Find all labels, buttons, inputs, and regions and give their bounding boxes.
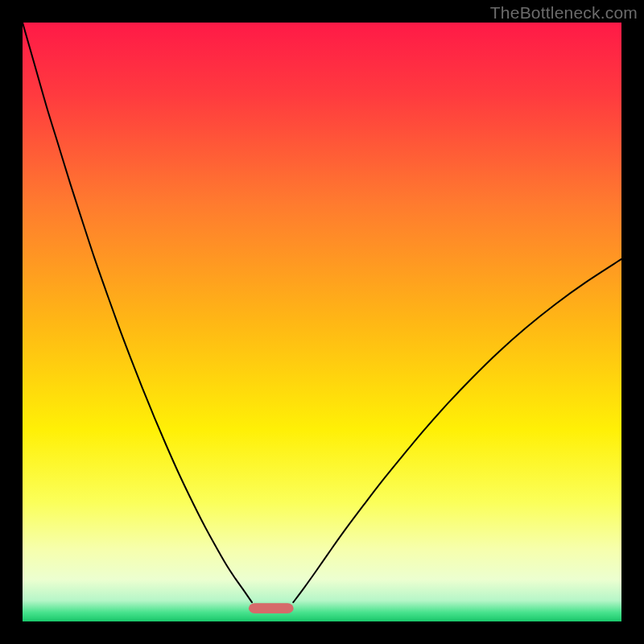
optimal-marker [249, 603, 294, 613]
chart-frame [23, 23, 621, 621]
watermark-text: TheBottleneck.com [490, 3, 638, 23]
bottleneck-chart [23, 23, 621, 621]
